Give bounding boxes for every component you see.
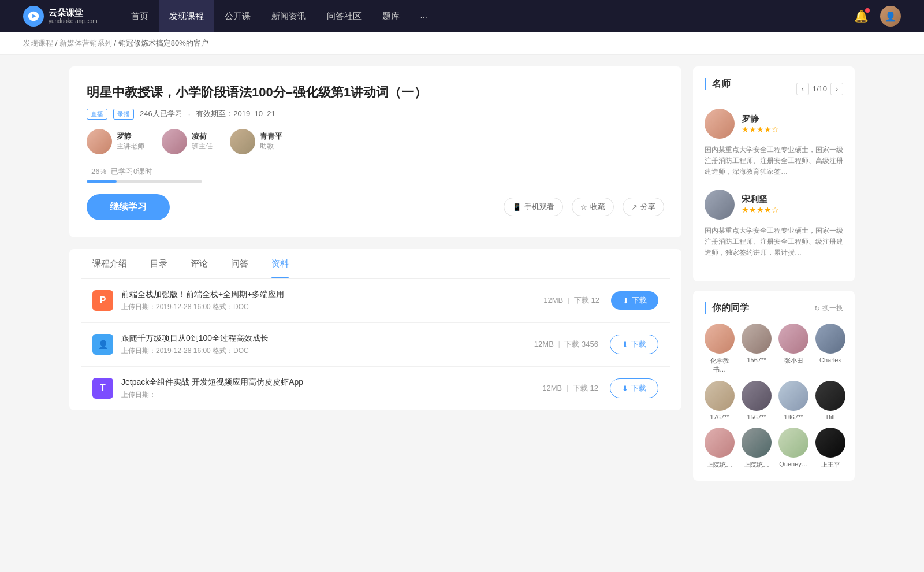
mobile-icon: 📱 [512,203,521,211]
resources-list: P 前端全栈加强版！前端全栈+全周期+多端应用 上传日期：2019-12-28 … [81,279,670,410]
classmate-item: 1867** [778,381,808,421]
teacher-3-name: 青青平 [260,131,282,142]
download-button-3[interactable]: ⬇ 下载 [610,378,658,398]
classmate-item: Queney… [778,428,808,469]
breadcrumb-current: 销冠修炼术搞定80%的客户 [118,39,208,47]
course-title: 明星中教授课，小学阶段语法100分–强化级第1讲动词（一） [87,84,664,102]
download-icon: ⬇ [623,296,629,305]
famous-teacher-avatar-1 [705,109,735,139]
user-avatar[interactable]: 👤 [880,6,901,27]
collect-button[interactable]: ☆ 收藏 [572,198,614,216]
teacher-2-role: 班主任 [192,142,213,151]
resource-item: 👤 跟随千万级项目从0到100全过程高效成长 上传日期：2019-12-28 1… [81,323,670,367]
resource-title-3: Jetpack全组件实战 开发短视频应用高仿皮皮虾App [121,377,542,388]
nav-item-quiz[interactable]: 题库 [372,0,410,32]
famous-teacher-avatar-2 [705,190,735,220]
famous-teacher-desc-1: 国内某重点大学安全工程专业硕士，国家一级注册消防工程师、注册安全工程师、高级注册… [705,144,843,178]
classmate-avatar [778,381,808,411]
classmate-avatar [742,324,772,354]
classmate-name: 上院统… [744,460,769,469]
notification-bell[interactable]: 🔔 [854,9,869,23]
nav-item-open[interactable]: 公开课 [214,0,261,32]
resource-meta-1: 上传日期：2019-12-28 16:00 格式：DOC [121,302,543,312]
classmate-name: Queney… [779,460,808,467]
teacher-2-name: 凌荷 [192,131,213,142]
prev-page-button[interactable]: ‹ [796,83,809,95]
resource-icon-2: 👤 [92,334,113,355]
teacher-3-avatar [230,129,255,154]
classmate-item: 1567** [742,381,772,421]
classmate-avatar [815,324,845,354]
classmate-avatar [705,381,735,411]
classmate-item: 化学教书… [705,324,735,374]
classmate-name: 上王平 [821,460,840,469]
resource-stats-1: 12MB | 下载 12 [543,295,599,306]
classmate-item: Charles [815,324,845,374]
notification-dot [865,8,870,13]
classmate-avatar [742,381,772,411]
sidebar: 名师 ‹ 1/10 › 罗静 ★★★★☆ 国内 [693,66,855,490]
nav-right: 🔔 👤 [854,6,901,27]
tab-resources[interactable]: 资料 [260,249,300,278]
famous-teacher-item: 罗静 ★★★★☆ 国内某重点大学安全工程专业硕士，国家一级注册消防工程师、注册安… [705,109,843,178]
famous-teacher-name-2: 宋利坚 [742,194,779,205]
famous-teacher-stars-1: ★★★★☆ [742,125,779,134]
share-button[interactable]: ↗ 分享 [623,198,664,216]
nav-item-qa[interactable]: 问答社区 [316,0,372,32]
resource-meta-3: 上传日期： [121,390,542,400]
teacher-3-role: 助教 [260,142,282,151]
classmate-item: 1567** [742,324,772,374]
main-container: 明星中教授课，小学阶段语法100分–强化级第1讲动词（一） 直播 录播 246人… [46,55,878,502]
refresh-classmates-button[interactable]: ↻ 换一换 [814,303,843,313]
download-icon: ⬇ [622,384,628,393]
progress-label: 26%已学习0课时 [87,166,664,177]
star-icon: ☆ [580,203,587,211]
course-actions: 继续学习 📱 手机观看 ☆ 收藏 ↗ 分享 [87,194,664,220]
nav-item-news[interactable]: 新闻资讯 [261,0,316,32]
download-button-1[interactable]: ⬇ 下载 [611,291,658,310]
classmate-name: 1567** [747,414,766,421]
logo-icon [23,6,44,27]
course-card: 明星中教授课，小学阶段语法100分–强化级第1讲动词（一） 直播 录播 246人… [69,66,681,237]
nav-item-home[interactable]: 首页 [121,0,159,32]
breadcrumb-series[interactable]: 新媒体营销系列 [59,39,112,47]
tab-intro[interactable]: 课程介绍 [81,249,139,278]
famous-teachers-title: 名师 [705,78,731,90]
nav-item-more[interactable]: ··· [410,0,438,32]
main-content: 明星中教授课，小学阶段语法100分–强化级第1讲动词（一） 直播 录播 246人… [69,66,681,490]
classmate-item: 1767** [705,381,735,421]
classmate-item: Bill [815,381,845,421]
resource-item: T Jetpack全组件实战 开发短视频应用高仿皮皮虾App 上传日期： 12M… [81,367,670,410]
badge-record: 录播 [113,109,134,120]
teacher-2-avatar [162,129,187,154]
classmate-item: 上王平 [815,428,845,469]
logo[interactable]: 云朵课堂 yunduoketang.com [23,6,98,27]
famous-teacher-name-1: 罗静 [742,114,779,125]
teacher-1-name: 罗静 [117,131,144,142]
classmate-name: 1767** [710,414,729,421]
teacher-1-avatar [87,129,112,154]
nav-item-discover[interactable]: 发现课程 [159,0,214,32]
continue-learning-button[interactable]: 继续学习 [87,194,170,220]
mobile-watch-button[interactable]: 📱 手机观看 [504,198,563,216]
tab-reviews[interactable]: 评论 [179,249,219,278]
tab-catalog[interactable]: 目录 [139,249,179,278]
famous-teacher-stars-2: ★★★★☆ [742,205,779,214]
resource-meta-2: 上传日期：2019-12-28 16:00 格式：DOC [121,346,534,356]
download-button-2[interactable]: ⬇ 下载 [610,335,658,354]
action-buttons: 📱 手机观看 ☆ 收藏 ↗ 分享 [504,198,664,216]
classmates-title: 你的同学 [705,302,749,314]
course-meta: 直播 录播 246人已学习 · 有效期至：2019–10–21 [87,109,664,120]
next-page-button[interactable]: › [830,83,843,95]
badge-live: 直播 [87,109,107,120]
tabs-section: 课程介绍 目录 评论 问答 资料 P 前端全栈加强版！前端全栈+全周期+多端应用… [69,249,681,410]
breadcrumb-discover[interactable]: 发现课程 [23,39,53,47]
famous-teacher-desc-2: 国内某重点大学安全工程专业硕士，国家一级注册消防工程师、注册安全工程师、级注册建… [705,225,843,259]
classmate-name: 化学教书… [705,356,735,374]
classmate-avatar [778,428,808,458]
tab-qa[interactable]: 问答 [219,249,260,278]
valid-until: 有效期至：2019–10–21 [196,109,275,119]
progress-bar-fill [87,180,117,183]
classmate-item: 上院统… [742,428,772,469]
logo-title: 云朵课堂 [49,8,98,18]
